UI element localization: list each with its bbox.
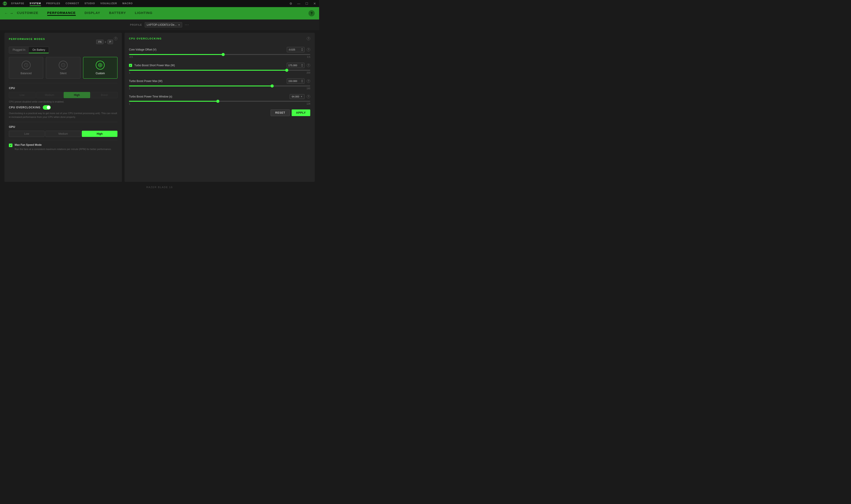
- spinner-down-icon[interactable]: ▼: [301, 50, 303, 51]
- core-voltage-range: -0.5 0.5: [129, 56, 310, 58]
- cpu-overclocking-title: CPU OVERCLOCKING: [129, 37, 310, 40]
- settings-icon[interactable]: ⚙: [288, 2, 293, 5]
- performance-modes-help-icon[interactable]: ?: [114, 37, 118, 40]
- forward-arrow-icon[interactable]: →: [10, 11, 13, 15]
- apply-button[interactable]: APPLY: [291, 109, 310, 116]
- minimize-icon[interactable]: —: [297, 2, 301, 5]
- fan-speed-content: Max Fan Speed Mode Run the fans at a con…: [15, 143, 111, 151]
- subnav-lighting[interactable]: LIGHTING: [135, 11, 153, 16]
- on-battery-tab[interactable]: On Battery: [29, 47, 49, 53]
- core-voltage-spinner[interactable]: ▲ ▼: [301, 48, 303, 51]
- core-voltage-max: 0.5: [307, 56, 310, 58]
- cpu-boost-btn[interactable]: Boost: [91, 92, 118, 98]
- nav-tab-macro[interactable]: MACRO: [122, 1, 133, 6]
- core-voltage-help-icon[interactable]: ?: [307, 48, 310, 51]
- turbo-short-down-icon[interactable]: ▼: [301, 65, 303, 67]
- turbo-short-thumb[interactable]: [285, 69, 288, 72]
- turbo-window-dropdown[interactable]: 64.000 ▼: [290, 94, 304, 99]
- turbo-short-range: 1 200: [129, 72, 310, 74]
- balanced-mode-card[interactable]: Balanced: [9, 57, 43, 79]
- cpu-overclocking-help-icon[interactable]: ?: [307, 37, 310, 40]
- core-voltage-header: Core Voltage Offset (V) -0.025 ▲ ▼ ?: [129, 47, 310, 52]
- profile-dropdown[interactable]: LAPTOP-LIOD87LV-De... ▼: [145, 22, 182, 28]
- cpu-high-btn[interactable]: High: [64, 92, 90, 98]
- core-voltage-row: Core Voltage Offset (V) -0.025 ▲ ▼ ? -0.…: [129, 47, 310, 58]
- cpu-low-btn[interactable]: Low: [9, 92, 35, 98]
- gpu-medium-btn[interactable]: Medium: [46, 131, 81, 137]
- turbo-window-thumb[interactable]: [216, 100, 219, 103]
- plus-symbol: +: [105, 40, 106, 44]
- turbo-window-fill: [129, 101, 218, 102]
- turbo-short-track: [129, 70, 310, 71]
- plugged-in-tab[interactable]: Plugged In: [9, 47, 29, 53]
- action-buttons: RESET APPLY: [129, 109, 310, 116]
- fan-speed-title: Max Fan Speed Mode: [15, 143, 111, 146]
- cpu-medium-btn[interactable]: Medium: [36, 92, 63, 98]
- reset-button[interactable]: RESET: [271, 109, 290, 116]
- turbo-max-max: 190: [306, 87, 310, 90]
- nav-tab-profiles[interactable]: PROFILES: [46, 1, 60, 6]
- silent-icon: [59, 61, 68, 70]
- turbo-short-checkbox[interactable]: ✓: [129, 64, 132, 67]
- turbo-short-input[interactable]: 175.000 ▲ ▼: [287, 63, 304, 68]
- core-voltage-thumb[interactable]: [221, 53, 225, 56]
- turbo-window-value: 64.000: [291, 95, 299, 98]
- core-voltage-track: [129, 54, 310, 55]
- cpu-overclocking-header: ? CPU OVERCLOCKING: [129, 37, 310, 40]
- subnav-battery[interactable]: BATTERY: [109, 11, 126, 16]
- gpu-low-btn[interactable]: Low: [9, 131, 45, 137]
- p-key-badge: P: [107, 40, 113, 44]
- subnav-help-button[interactable]: ?: [308, 10, 315, 16]
- turbo-max-thumb[interactable]: [271, 85, 274, 88]
- cpu-disabled-text: CPU preset disabled while overclocking i…: [9, 100, 118, 103]
- turbo-short-help-icon[interactable]: ?: [307, 64, 310, 67]
- custom-mode-card[interactable]: Custom: [83, 57, 118, 79]
- cpu-overclocking-toggle[interactable]: [43, 105, 51, 110]
- footer-text: RAZER BLADE 16: [146, 186, 173, 188]
- back-arrow-icon[interactable]: ←: [4, 11, 8, 15]
- turbo-max-input[interactable]: 150.000 ▲ ▼: [287, 78, 304, 84]
- maximize-icon[interactable]: ☐: [304, 2, 309, 5]
- cpu-overclocking-row: CPU OVERCLOCKING: [9, 105, 118, 110]
- fan-speed-row: ✓ Max Fan Speed Mode Run the fans at a c…: [9, 143, 118, 151]
- core-voltage-label: Core Voltage Offset (V): [129, 48, 285, 51]
- turbo-max-spinner[interactable]: ▲ ▼: [301, 79, 303, 83]
- nav-tab-visualizer[interactable]: VISUALIZER: [101, 1, 117, 6]
- fan-speed-checkbox[interactable]: ✓: [9, 144, 13, 147]
- profile-name: LAPTOP-LIOD87LV-De...: [147, 23, 177, 26]
- profile-label: PROFILE: [130, 23, 142, 26]
- nav-tab-system[interactable]: SYSTEM: [30, 1, 41, 6]
- turbo-short-row: ✓ Turbo Boost Short Power Max (W) 175.00…: [129, 63, 310, 74]
- left-panel: ? PERFORMANCE MODES FN + P Plugged In On…: [4, 33, 122, 182]
- close-icon[interactable]: ✕: [313, 2, 317, 5]
- mode-cards: Balanced Silent: [9, 57, 118, 79]
- main-content: ? PERFORMANCE MODES FN + P Plugged In On…: [0, 30, 319, 184]
- turbo-max-track: [129, 86, 310, 86]
- nav-tab-synapse[interactable]: SYNAPSE: [11, 1, 24, 6]
- nav-tab-studio[interactable]: STUDIO: [85, 1, 95, 6]
- nav-tabs: SYNAPSE SYSTEM PROFILES CONNECT STUDIO V…: [11, 1, 133, 6]
- subnav-customize[interactable]: CUSTOMIZE: [17, 11, 38, 16]
- turbo-max-range: 1 190: [129, 87, 310, 90]
- turbo-window-help-icon[interactable]: ?: [307, 95, 310, 98]
- turbo-max-help-icon[interactable]: ?: [307, 79, 310, 83]
- core-voltage-input[interactable]: -0.025 ▲ ▼: [287, 47, 304, 52]
- balanced-icon: [22, 61, 31, 70]
- silent-label: Silent: [60, 72, 67, 75]
- razer-logo: [2, 1, 7, 6]
- turbo-short-spinner[interactable]: ▲ ▼: [301, 64, 303, 67]
- toggle-knob: [47, 106, 50, 109]
- profile-more-options[interactable]: ···: [185, 23, 189, 27]
- turbo-window-track: [129, 101, 310, 102]
- turbo-max-down-icon[interactable]: ▼: [301, 81, 303, 83]
- silent-mode-card[interactable]: Silent: [46, 57, 80, 79]
- profilebar: PROFILE LAPTOP-LIOD87LV-De... ▼ ···: [0, 19, 319, 30]
- footer: RAZER BLADE 16: [0, 184, 319, 190]
- turbo-short-fill: [129, 70, 287, 71]
- subnav-performance[interactable]: PERFORMANCE: [47, 11, 76, 16]
- performance-modes-header: ? PERFORMANCE MODES FN + P: [9, 37, 118, 44]
- turbo-short-min: 1: [129, 72, 130, 74]
- subnav-display[interactable]: DISPLAY: [85, 11, 101, 16]
- nav-tab-connect[interactable]: CONNECT: [66, 1, 79, 6]
- gpu-high-btn[interactable]: High: [82, 131, 118, 137]
